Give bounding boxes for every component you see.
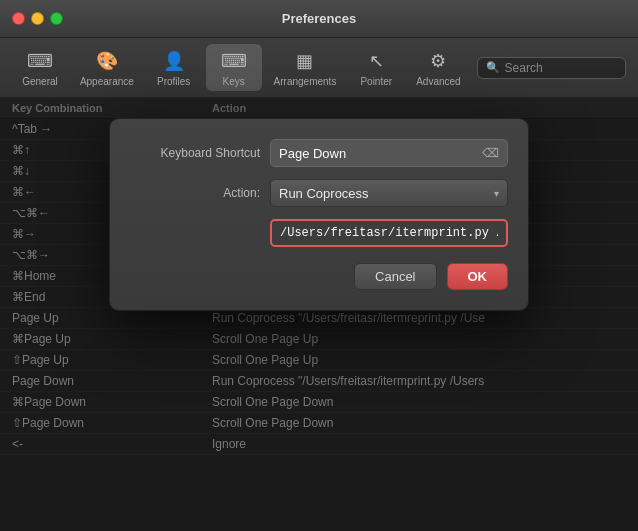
toolbar-label-arrangements: Arrangements [274,76,337,87]
toolbar-label-keys: Keys [223,76,245,87]
general-icon: ⌨ [27,48,53,74]
toolbar: ⌨ General 🎨 Appearance 👤 Profiles ⌨ Keys… [0,38,638,98]
minimize-button[interactable] [31,12,44,25]
search-box[interactable]: 🔍 [477,57,626,79]
arrangements-icon: ▦ [292,48,318,74]
search-icon: 🔍 [486,61,500,74]
keyboard-shortcut-value: Page Down [279,146,346,161]
action-label: Action: [130,186,270,200]
toolbar-label-general: General [22,76,58,87]
keyboard-shortcut-row: Keyboard Shortcut Page Down ⌫ [130,139,508,167]
toolbar-item-general[interactable]: ⌨ General [12,44,68,91]
action-dropdown[interactable]: Run Coprocess ▾ [270,179,508,207]
command-row [130,219,508,247]
advanced-icon: ⚙ [425,48,451,74]
window-title: Preferences [282,11,356,26]
toolbar-label-profiles: Profiles [157,76,190,87]
pointer-icon: ↖ [363,48,389,74]
traffic-lights [12,12,63,25]
keyboard-shortcut-field[interactable]: Page Down ⌫ [270,139,508,167]
close-button[interactable] [12,12,25,25]
toolbar-item-profiles[interactable]: 👤 Profiles [146,44,202,91]
ok-button[interactable]: OK [447,263,509,290]
modal-buttons: Cancel OK [130,263,508,290]
main-content: Key Combination Action ^Tab → ⌘↑ ⌘↓ ⌘← ⌥… [0,98,638,531]
profiles-icon: 👤 [161,48,187,74]
modal-dialog: Keyboard Shortcut Page Down ⌫ Action: Ru… [109,118,529,311]
toolbar-item-pointer[interactable]: ↖ Pointer [348,44,404,91]
toolbar-label-appearance: Appearance [80,76,134,87]
delete-shortcut-icon[interactable]: ⌫ [482,146,499,160]
command-input[interactable] [270,219,508,247]
action-value: Run Coprocess [279,186,369,201]
toolbar-item-keys[interactable]: ⌨ Keys [206,44,262,91]
toolbar-item-appearance[interactable]: 🎨 Appearance [72,44,142,91]
toolbar-item-advanced[interactable]: ⚙ Advanced [408,44,468,91]
keys-icon: ⌨ [221,48,247,74]
action-row: Action: Run Coprocess ▾ [130,179,508,207]
dropdown-arrow-icon: ▾ [494,188,499,199]
keyboard-shortcut-label: Keyboard Shortcut [130,146,270,160]
maximize-button[interactable] [50,12,63,25]
title-bar: Preferences [0,0,638,38]
toolbar-label-advanced: Advanced [416,76,460,87]
appearance-icon: 🎨 [94,48,120,74]
toolbar-label-pointer: Pointer [360,76,392,87]
modal-overlay: Keyboard Shortcut Page Down ⌫ Action: Ru… [0,98,638,531]
cancel-button[interactable]: Cancel [354,263,436,290]
search-input[interactable] [505,61,615,75]
toolbar-item-arrangements[interactable]: ▦ Arrangements [266,44,345,91]
